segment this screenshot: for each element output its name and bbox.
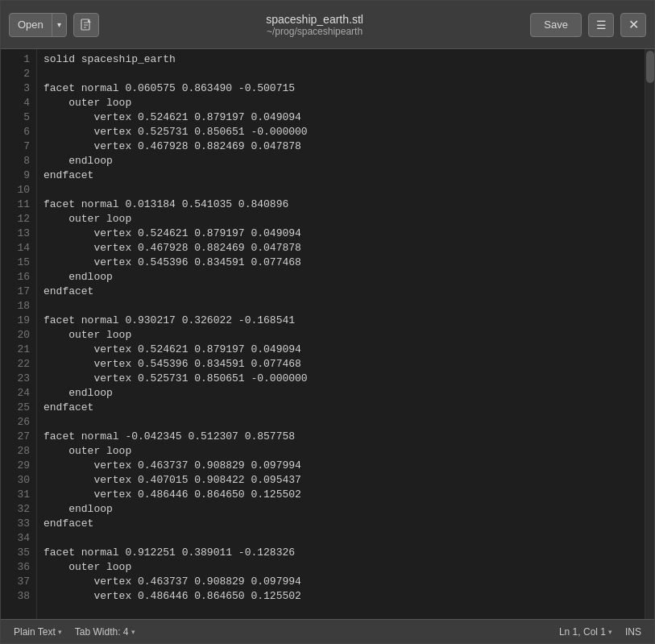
line-number: 24 [7, 386, 30, 401]
code-line: vertex 0.524621 0.879197 0.049094 [44, 343, 638, 357]
menu-icon: ☰ [596, 19, 607, 31]
code-line [44, 299, 638, 314]
code-line: outer loop [44, 328, 638, 343]
line-number: 37 [7, 575, 30, 589]
code-line: endfacet [44, 285, 638, 299]
code-line: endloop [44, 386, 638, 401]
code-line: endloop [44, 154, 638, 168]
line-number: 25 [7, 401, 30, 415]
open-dropdown-arrow[interactable]: ▾ [52, 14, 66, 36]
close-button[interactable]: ✕ [620, 13, 646, 37]
code-line: facet normal 0.060575 0.863490 -0.500715 [44, 81, 638, 96]
code-line: endfacet [44, 401, 638, 415]
file-icon-button[interactable] [73, 13, 99, 37]
code-line: outer loop [44, 212, 638, 226]
line-number: 22 [7, 357, 30, 372]
open-button-label: Open [10, 14, 52, 36]
statusbar: Plain Text ▾ Tab Width: 4 ▾ Ln 1, Col 1 … [1, 619, 654, 643]
code-line: outer loop [44, 96, 638, 110]
menu-button[interactable]: ☰ [588, 13, 614, 37]
line-number: 15 [7, 256, 30, 270]
code-line: endloop [44, 270, 638, 285]
code-line: solid spaceship_earth [44, 52, 638, 67]
close-icon: ✕ [628, 17, 639, 32]
line-number: 4 [7, 96, 30, 110]
code-line: vertex 0.524621 0.879197 0.049094 [44, 110, 638, 125]
code-line: vertex 0.545396 0.834591 0.077468 [44, 357, 638, 372]
line-number: 8 [7, 154, 30, 168]
titlebar: Open ▾ spaceship_earth.stl ~/prog/spaces… [1, 1, 654, 49]
line-number: 30 [7, 473, 30, 488]
line-number: 2 [7, 67, 30, 81]
insert-mode-indicator: INS [620, 626, 646, 638]
line-number: 11 [7, 197, 30, 212]
title-center: spaceship_earth.stl ~/prog/spaceshipeart… [106, 13, 524, 37]
cursor-label: Ln 1, Col 1 [559, 626, 606, 638]
editor-container: 1234567891011121314151617181920212223242… [1, 49, 654, 619]
code-line: facet normal 0.013184 0.541035 0.840896 [44, 197, 638, 212]
line-number: 16 [7, 270, 30, 285]
scrollbar[interactable] [645, 49, 654, 619]
line-number: 18 [7, 299, 30, 314]
code-line: vertex 0.486446 0.864650 0.125502 [44, 488, 638, 502]
line-number: 1 [7, 52, 30, 67]
language-selector[interactable]: Plain Text ▾ [9, 625, 67, 639]
code-line: vertex 0.486446 0.864650 0.125502 [44, 589, 638, 604]
code-line: endfacet [44, 168, 638, 183]
file-icon [80, 19, 93, 31]
line-number: 29 [7, 459, 30, 473]
line-number: 19 [7, 314, 30, 328]
line-number: 13 [7, 226, 30, 241]
main-window: Open ▾ spaceship_earth.stl ~/prog/spaces… [0, 0, 655, 644]
line-numbers: 1234567891011121314151617181920212223242… [1, 49, 37, 619]
line-number: 28 [7, 444, 30, 459]
line-number: 10 [7, 183, 30, 197]
line-number: 20 [7, 328, 30, 343]
line-number: 6 [7, 125, 30, 139]
line-number: 26 [7, 415, 30, 430]
line-number: 36 [7, 560, 30, 575]
tab-width-label: Tab Width: 4 [75, 626, 129, 638]
line-number: 7 [7, 139, 30, 154]
line-number: 3 [7, 81, 30, 96]
code-line: vertex 0.467928 0.882469 0.047878 [44, 241, 638, 256]
code-line: vertex 0.524621 0.879197 0.049094 [44, 226, 638, 241]
scrollbar-thumb[interactable] [646, 51, 654, 83]
line-number: 14 [7, 241, 30, 256]
code-line [44, 531, 638, 546]
line-number: 27 [7, 430, 30, 444]
code-line: outer loop [44, 560, 638, 575]
code-line: vertex 0.463737 0.908829 0.097994 [44, 575, 638, 589]
code-line: facet normal 0.912251 0.389011 -0.128326 [44, 546, 638, 560]
code-line [44, 67, 638, 81]
code-line: vertex 0.407015 0.908422 0.095437 [44, 473, 638, 488]
code-line: vertex 0.525731 0.850651 -0.000000 [44, 125, 638, 139]
tab-width-dropdown-arrow: ▾ [131, 628, 135, 636]
code-content[interactable]: solid spaceship_earthfacet normal 0.0605… [37, 49, 645, 619]
cursor-position[interactable]: Ln 1, Col 1 ▾ [554, 625, 617, 639]
cursor-dropdown-arrow: ▾ [608, 628, 612, 636]
code-line: facet normal -0.042345 0.512307 0.857758 [44, 430, 638, 444]
code-line: vertex 0.467928 0.882469 0.047878 [44, 139, 638, 154]
line-number: 5 [7, 110, 30, 125]
code-line [44, 183, 638, 197]
line-number: 32 [7, 502, 30, 517]
line-number: 34 [7, 531, 30, 546]
code-line: facet normal 0.930217 0.326022 -0.168541 [44, 314, 638, 328]
code-line: vertex 0.545396 0.834591 0.077468 [44, 256, 638, 270]
line-number: 31 [7, 488, 30, 502]
window-title: spaceship_earth.stl [106, 13, 524, 26]
tab-width-selector[interactable]: Tab Width: 4 ▾ [70, 625, 140, 639]
open-button[interactable]: Open ▾ [9, 13, 67, 37]
save-button[interactable]: Save [530, 13, 582, 37]
code-line: vertex 0.525731 0.850651 -0.000000 [44, 372, 638, 386]
line-number: 33 [7, 517, 30, 531]
line-number: 23 [7, 372, 30, 386]
code-line: endloop [44, 502, 638, 517]
code-line: outer loop [44, 444, 638, 459]
line-number: 21 [7, 343, 30, 357]
line-number: 38 [7, 589, 30, 604]
language-label: Plain Text [14, 626, 56, 638]
window-subtitle: ~/prog/spaceshipearth [106, 26, 524, 37]
language-dropdown-arrow: ▾ [58, 628, 62, 636]
